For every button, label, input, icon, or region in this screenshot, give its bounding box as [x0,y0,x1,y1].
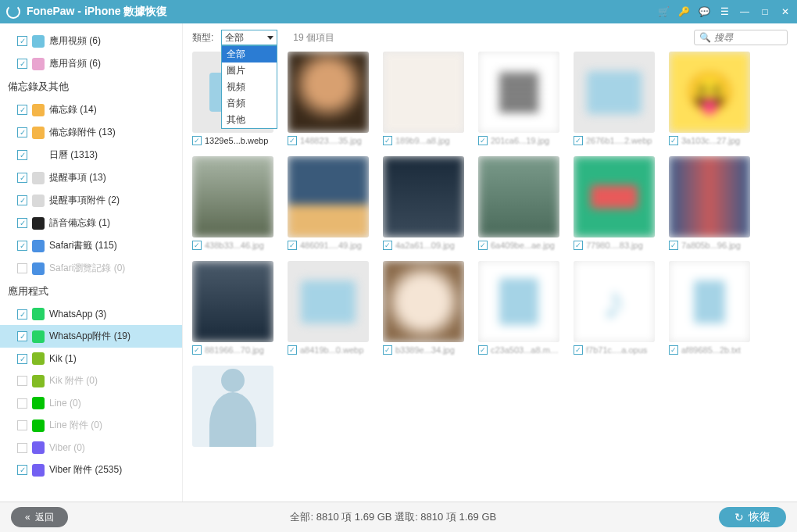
thumbnail-image [288,52,369,133]
checkbox-icon[interactable]: ✓ [17,150,27,160]
checkbox-icon[interactable]: ✓ [192,241,202,250]
dropdown-option[interactable]: 音頻 [222,95,277,112]
thumbnail-image [288,156,369,237]
dropdown-option[interactable]: 圖片 [222,62,277,79]
sidebar-item[interactable]: ✓Safari書籤 (115) [0,234,182,257]
thumbnail-item[interactable]: ✓189b9...a8.jpg [383,52,464,145]
thumbnail-item[interactable]: 😛✓3a103c...27.jpg [669,52,750,145]
sidebar-item[interactable]: ✓提醒事項 (13) [0,166,182,189]
checkbox-icon[interactable]: ✓ [192,345,202,355]
search-box[interactable]: 🔍 [694,30,788,45]
sidebar-item[interactable]: ✓應用視頻 (6) [0,30,182,52]
thumbnail-image: 😛 [669,52,750,133]
checkbox-icon[interactable]: ✓ [17,59,27,69]
sidebar-item[interactable]: Viber (0) [0,437,182,459]
sidebar-item[interactable]: ✓應用音頻 (6) [0,52,182,75]
type-dropdown[interactable]: 全部 [221,30,277,45]
thumbnail-item[interactable]: ✓438b33...46.jpg [192,156,273,250]
category-icon [32,397,45,409]
checkbox-icon[interactable]: ✓ [669,345,678,355]
thumbnail-item[interactable] [192,366,273,447]
thumbnail-item[interactable]: ✓7a805b...96.jpg [669,156,750,250]
thumbnail-item[interactable]: ✓148823....35.jpg [288,52,369,145]
checkbox-icon[interactable]: ✓ [383,241,392,250]
checkbox-icon[interactable]: ✓ [17,173,27,183]
thumbnail-item[interactable]: ✓c23a503...a8.mp4 [478,261,559,355]
checkbox-icon[interactable]: ✓ [17,354,27,364]
checkbox-icon[interactable]: ✓ [669,241,678,250]
checkbox-icon[interactable]: ✓ [574,136,583,145]
cart-icon[interactable]: 🛒 [658,6,669,17]
thumbnail-item[interactable]: ✓881966...70.jpg [192,261,273,355]
checkbox-icon[interactable] [17,263,27,273]
sidebar-item[interactable]: Kik 附件 (0) [0,370,182,392]
checkbox-icon[interactable]: ✓ [669,136,678,145]
checkbox-icon[interactable]: ✓ [478,136,488,145]
checkbox-icon[interactable]: ✓ [574,345,583,355]
thumbnail-item[interactable]: ✓77980....83.jpg [574,156,655,250]
thumbnail-item[interactable]: ✓2676b1....2.webp [574,52,655,145]
sidebar-item[interactable]: ✓WhatsApp (3) [0,303,182,325]
thumbnail-filename: 486091....49.jpg [300,241,369,250]
checkbox-icon[interactable]: ✓ [192,136,202,145]
checkbox-icon[interactable]: ✓ [478,345,488,355]
menu-icon[interactable]: ☰ [719,6,730,17]
sidebar-item[interactable]: ✓語音備忘錄 (1) [0,212,182,234]
checkbox-icon[interactable]: ✓ [17,309,27,320]
checkbox-icon[interactable]: ✓ [17,331,27,341]
sidebar-item[interactable]: ✓備忘錄 (14) [0,98,182,121]
category-icon [32,104,45,116]
checkbox-icon[interactable]: ✓ [17,127,27,137]
dropdown-option[interactable]: 其他 [222,112,277,128]
thumbnail-item[interactable]: ✓486091....49.jpg [288,156,369,250]
thumbnail-item[interactable]: ✓6a409be...ae.jpg [478,156,559,250]
chat-icon[interactable]: 💬 [699,6,709,17]
minimize-icon[interactable]: — [739,6,750,17]
sidebar-item[interactable]: Safari瀏覽記錄 (0) [0,257,182,280]
maximize-icon[interactable]: □ [759,6,770,17]
sidebar-item[interactable]: Line (0) [0,392,182,414]
key-icon[interactable]: 🔑 [678,6,689,17]
dropdown-option[interactable]: 全部 [222,46,277,62]
thumbnail-item[interactable]: ♪✓f7b71c....a.opus [574,261,655,355]
checkbox-icon[interactable]: ✓ [288,345,297,355]
checkbox-icon[interactable] [17,443,27,453]
thumbnail-image [478,52,559,133]
sidebar-item[interactable]: ✓Kik (1) [0,348,182,370]
checkbox-icon[interactable]: ✓ [478,241,488,250]
thumbnail-caption: ✓a8419b...0.webp [288,345,369,355]
sidebar-item[interactable]: ✓23日曆 (1313) [0,144,182,166]
dropdown-option[interactable]: 視頻 [222,79,277,95]
thumbnail-image [574,156,655,237]
sidebar-item[interactable]: ✓提醒事項附件 (2) [0,189,182,212]
thumbnail-item[interactable]: ✓af89685...2b.txt [669,261,750,355]
checkbox-icon[interactable]: ✓ [383,345,392,355]
checkbox-icon[interactable]: ✓ [288,241,297,250]
thumbnail-item[interactable]: ✓4a2a61...09.jpg [383,156,464,250]
thumbnail-image [192,156,273,237]
checkbox-icon[interactable]: ✓ [17,105,27,115]
thumbnail-item[interactable]: ✓a8419b...0.webp [288,261,369,355]
sidebar-item[interactable]: ✓備忘錄附件 (13) [0,121,182,144]
thumbnail-caption: ✓f7b71c....a.opus [574,345,655,355]
recover-button[interactable]: ↻ 恢復 [719,507,786,527]
checkbox-icon[interactable]: ✓ [383,136,392,145]
sidebar-item[interactable]: Line 附件 (0) [0,414,182,437]
checkbox-icon[interactable]: ✓ [17,465,27,475]
search-input[interactable] [714,32,784,43]
checkbox-icon[interactable]: ✓ [17,218,27,228]
back-button[interactable]: « 返回 [11,507,68,527]
thumbnail-item[interactable]: ✓201ca6...19.jpg [478,52,559,145]
checkbox-icon[interactable] [17,376,27,386]
checkbox-icon[interactable]: ✓ [17,241,27,251]
checkbox-icon[interactable]: ✓ [17,36,27,46]
sidebar-item[interactable]: ✓Viber 附件 (2535) [0,459,182,481]
checkbox-icon[interactable]: ✓ [17,195,27,205]
checkbox-icon[interactable] [17,398,27,409]
sidebar-item[interactable]: ✓WhatsApp附件 (19) [0,325,182,348]
thumbnail-item[interactable]: ✓b3389e...34.jpg [383,261,464,355]
close-icon[interactable]: ✕ [780,6,791,17]
checkbox-icon[interactable]: ✓ [574,241,583,250]
checkbox-icon[interactable] [17,420,27,430]
checkbox-icon[interactable]: ✓ [288,136,297,145]
